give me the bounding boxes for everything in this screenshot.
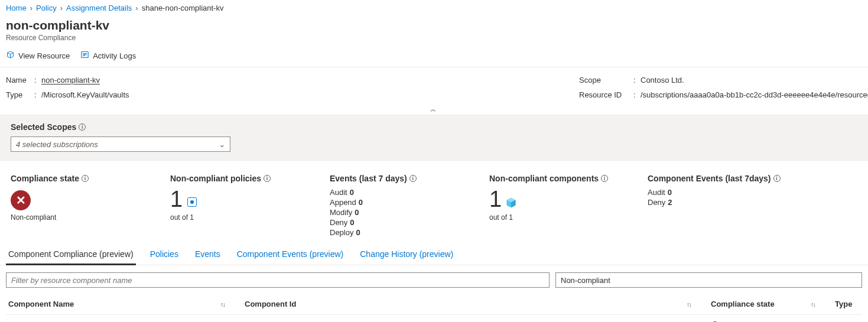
tab-change-history[interactable]: Change History (preview) bbox=[357, 245, 456, 265]
stat-events-title: Events (last 7 days) bbox=[330, 174, 407, 183]
stat-nc-components-title: Non-compliant components bbox=[489, 174, 599, 183]
cell-component-id: maxvalidity-noncompliant-cert bbox=[242, 316, 708, 322]
scope-dropdown-value: 4 selected subscriptions bbox=[16, 140, 98, 149]
comp-event-audit: Audit0 bbox=[648, 188, 807, 197]
sort-icon: ↑↓ bbox=[220, 301, 225, 308]
sort-icon: ↑↓ bbox=[687, 301, 691, 308]
cube-icon bbox=[505, 197, 517, 210]
tab-bar: Component Compliance (preview) Policies … bbox=[0, 244, 868, 265]
info-icon[interactable]: i bbox=[82, 175, 89, 182]
cell-component-name: maxvalidity-noncompliant-cert bbox=[6, 316, 242, 322]
info-icon[interactable]: i bbox=[409, 175, 417, 182]
stat-compliance-state: Compliance state i ✕ Non-compliant bbox=[11, 174, 170, 238]
chevron-right-icon: › bbox=[30, 4, 32, 12]
table-header-row: Component Name ↑↓ Component Id ↑↓ Compli… bbox=[6, 294, 862, 315]
view-resource-label: View Resource bbox=[18, 51, 70, 60]
col-type[interactable]: Type bbox=[833, 295, 862, 313]
col-component-id[interactable]: Component Id ↑↓ bbox=[242, 295, 708, 313]
event-modify: Modify0 bbox=[330, 208, 489, 217]
stat-compliance-title: Compliance state bbox=[11, 174, 79, 183]
command-bar: View Resource Activity Logs bbox=[0, 43, 868, 67]
prop-scope-value: Contoso Ltd. bbox=[641, 76, 684, 84]
sort-icon: ↑↓ bbox=[811, 301, 815, 308]
table-row[interactable]: maxvalidity-noncompliant-cert maxvalidit… bbox=[6, 315, 862, 322]
info-icon[interactable]: i bbox=[79, 123, 86, 131]
event-deploy: Deploy0 bbox=[330, 228, 489, 237]
scope-dropdown[interactable]: 4 selected subscriptions ⌄ bbox=[11, 136, 230, 152]
stat-component-events: Component Events (last 7days) i Audit0 D… bbox=[648, 174, 807, 238]
prop-resourceid-label: Resource ID bbox=[579, 90, 633, 99]
breadcrumb: Home › Policy › Assignment Details › sha… bbox=[0, 0, 868, 16]
chevron-down-icon: ⌄ bbox=[219, 140, 225, 149]
chevron-right-icon: › bbox=[60, 4, 63, 12]
stat-nc-components: Non-compliant components i 1 out of 1 bbox=[489, 174, 648, 238]
stat-events: Events (last 7 days) i Audit0 Append0 Mo… bbox=[330, 174, 489, 238]
info-icon[interactable]: i bbox=[601, 175, 608, 182]
stat-component-events-title: Component Events (last 7days) bbox=[648, 174, 771, 183]
stat-nc-policies-count: 1 bbox=[170, 188, 183, 210]
stat-nc-components-count: 1 bbox=[489, 188, 502, 210]
page-header: non-compliant-kv Resource Compliance bbox=[0, 16, 868, 43]
page-title: non-compliant-kv bbox=[6, 18, 862, 32]
breadcrumb-home[interactable]: Home bbox=[6, 4, 27, 12]
policy-icon bbox=[187, 197, 198, 208]
filter-compliance-dropdown[interactable]: Non-compliant bbox=[555, 272, 862, 288]
list-icon bbox=[80, 50, 89, 61]
properties-section: Name : non-compliant-kv Type : /Microsof… bbox=[0, 67, 868, 104]
info-icon[interactable]: i bbox=[773, 175, 781, 182]
cell-type: Certif bbox=[833, 316, 862, 322]
tab-events[interactable]: Events bbox=[193, 245, 223, 265]
activity-logs-button[interactable]: Activity Logs bbox=[80, 50, 136, 61]
prop-name-value[interactable]: non-compliant-kv bbox=[41, 76, 100, 84]
stat-nc-policies-title: Non-compliant policies bbox=[170, 174, 261, 183]
tab-policies[interactable]: Policies bbox=[148, 245, 181, 265]
breadcrumb-policy[interactable]: Policy bbox=[36, 4, 57, 12]
stats-row: Compliance state i ✕ Non-compliant Non-c… bbox=[0, 161, 868, 244]
cell-compliance-state: ✕ Non-compliant bbox=[708, 316, 833, 322]
prop-type-value: /Microsoft.KeyVault/vaults bbox=[41, 90, 129, 99]
page-subtitle: Resource Compliance bbox=[6, 34, 862, 42]
tab-component-events[interactable]: Component Events (preview) bbox=[235, 245, 346, 265]
components-table: Component Name ↑↓ Component Id ↑↓ Compli… bbox=[0, 294, 868, 322]
stat-nc-policies: Non-compliant policies i 1 out of 1 bbox=[170, 174, 330, 238]
event-deny: Deny0 bbox=[330, 218, 489, 227]
breadcrumb-current: shane-non-compliant-kv bbox=[142, 4, 224, 12]
view-resource-button[interactable]: View Resource bbox=[6, 50, 70, 61]
filter-row: Non-compliant bbox=[0, 265, 868, 294]
col-compliance-state[interactable]: Compliance state ↑↓ bbox=[708, 295, 833, 313]
prop-scope-label: Scope bbox=[579, 76, 633, 84]
activity-logs-label: Activity Logs bbox=[93, 51, 136, 60]
selected-scopes-label: Selected Scopes bbox=[11, 122, 76, 132]
prop-type-label: Type bbox=[6, 90, 34, 99]
comp-event-deny: Deny2 bbox=[648, 198, 807, 207]
filter-name-input[interactable] bbox=[6, 272, 550, 288]
prop-resourceid-value: /subscriptions/aaaa0a0a-bb1b-cc2c-dd3d-e… bbox=[641, 90, 868, 99]
collapse-toggle[interactable]: ︽ bbox=[0, 104, 868, 115]
selected-scopes-section: Selected Scopes i 4 selected subscriptio… bbox=[0, 115, 868, 161]
breadcrumb-assignment-details[interactable]: Assignment Details bbox=[66, 4, 132, 12]
stat-nc-components-total: out of 1 bbox=[489, 213, 648, 222]
event-audit: Audit0 bbox=[330, 188, 489, 197]
col-component-name[interactable]: Component Name ↑↓ bbox=[6, 295, 242, 313]
stat-nc-policies-total: out of 1 bbox=[170, 213, 330, 222]
stat-compliance-value: Non-compliant bbox=[11, 213, 170, 222]
event-append: Append0 bbox=[330, 198, 489, 207]
filter-compliance-value: Non-compliant bbox=[561, 276, 610, 285]
info-icon[interactable]: i bbox=[264, 175, 271, 182]
tab-component-compliance[interactable]: Component Compliance (preview) bbox=[6, 245, 136, 265]
prop-name-label: Name bbox=[6, 76, 34, 84]
chevron-right-icon: › bbox=[135, 4, 138, 12]
cube-outline-icon bbox=[6, 50, 15, 61]
error-icon: ✕ bbox=[11, 190, 31, 210]
